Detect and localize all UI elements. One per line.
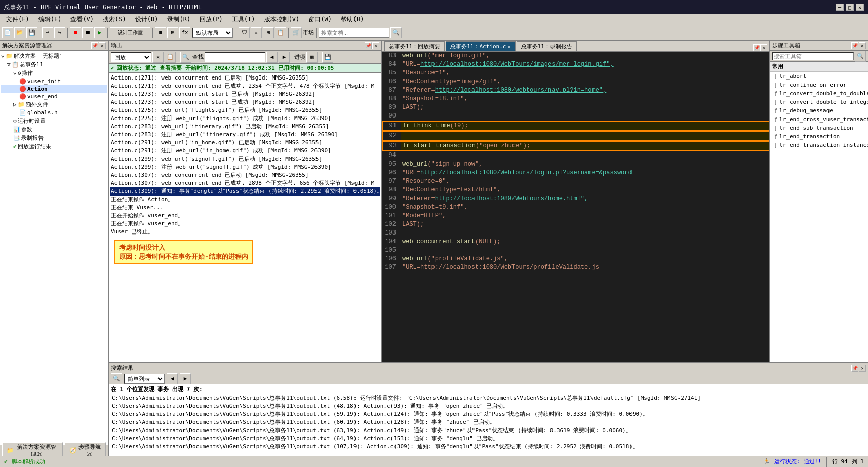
menu-search[interactable]: 搜索(S): [99, 14, 130, 25]
toolbox-item[interactable]: ƒlr_end_sub_transaction: [770, 124, 868, 132]
tree-item-actions[interactable]: ▽ ⚙ 操作: [1, 69, 107, 77]
find-prev-button[interactable]: ◀: [266, 52, 278, 63]
run-button[interactable]: ▶: [94, 27, 105, 38]
search-forward-button[interactable]: ▶: [180, 373, 191, 384]
replay-combo[interactable]: 回放: [111, 52, 151, 62]
search-result-line[interactable]: C:\Users\Administrator\Documents\VuGen\S…: [111, 410, 866, 418]
code-line[interactable]: 83 web_url("mer_login.gif",: [382, 52, 769, 60]
toolbox-search-button[interactable]: 🔍: [855, 51, 866, 62]
code-line[interactable]: 105: [382, 246, 769, 255]
menu-replay[interactable]: 回放(P): [195, 14, 227, 25]
code-line[interactable]: 93 lr_start_transaction("open_zhuce");: [382, 141, 769, 151]
open-button[interactable]: 📂: [14, 27, 25, 38]
code-line[interactable]: 100 "Snapshot=t9.inf",: [382, 203, 769, 212]
tree-item-solution[interactable]: ▽ 📁 解决方案 '无标题': [1, 52, 107, 60]
code-line[interactable]: 85 "Resource=1",: [382, 69, 769, 77]
toolbox-close-button[interactable]: ✕: [859, 42, 866, 49]
search-result-line[interactable]: C:\Users\Administrator\Documents\VuGen\S…: [111, 418, 866, 426]
func-button[interactable]: fx: [179, 27, 190, 38]
menu-file[interactable]: 文件(F): [2, 14, 33, 25]
find-icon[interactable]: 🔍: [180, 52, 191, 63]
search-result-line[interactable]: C:\Users\Administrator\Documents\VuGen\S…: [111, 435, 866, 443]
tree-item-extra[interactable]: ▷ 📁 额外文件: [1, 100, 107, 109]
shield-button[interactable]: 🛡: [239, 27, 250, 38]
code-line[interactable]: 84 "URL=http://localhost:1080/WebTours/i…: [382, 60, 769, 69]
search-result-line[interactable]: C:\Users\Administrator\Documents\VuGen\S…: [111, 443, 866, 451]
progress-button[interactable]: ▦: [306, 52, 318, 63]
code-line[interactable]: 94: [382, 151, 769, 160]
tab-close-icon[interactable]: ✕: [507, 44, 510, 49]
search-content[interactable]: 在 1 个位置发现 事务 出现 7 次: C:\Users\Administra…: [109, 384, 868, 456]
code-line[interactable]: 91 lr_think_time(19);: [382, 121, 769, 131]
redo-button[interactable]: ↪: [54, 27, 65, 38]
tree-item-params[interactable]: 📊 参数: [1, 125, 107, 134]
code-line[interactable]: 90: [382, 112, 769, 121]
grid-button[interactable]: ⊞: [263, 27, 274, 38]
code-line[interactable]: 102 LAST);: [382, 220, 769, 229]
tree-item-vuser-end[interactable]: 🔴 vuser_end: [1, 93, 107, 100]
toolbox-item[interactable]: ƒlr_end_transaction: [770, 132, 868, 141]
code-line[interactable]: 103: [382, 229, 769, 238]
tree-item-record-report[interactable]: 📑 录制报告: [1, 134, 107, 142]
search-close-button[interactable]: ✕: [859, 365, 866, 372]
search-result-line[interactable]: C:\Users\Administrator\Documents\VuGen\S…: [111, 394, 866, 402]
menu-record[interactable]: 录制(R): [163, 14, 194, 25]
menu-version[interactable]: 版本控制(V): [260, 14, 304, 25]
output-pin-button[interactable]: 📌: [365, 42, 372, 49]
layout-combo[interactable]: 默认布局: [192, 28, 233, 38]
toolbox-item[interactable]: ƒlr_abort: [770, 72, 868, 81]
maximize-button[interactable]: □: [846, 4, 854, 11]
search-result-line[interactable]: C:\Users\Administrator\Documents\VuGen\S…: [111, 402, 866, 410]
output-content[interactable]: Action.c(271): web_concurrent_end 已启动 [M…: [109, 73, 381, 362]
tree-item-globals[interactable]: 📄 globals.h: [1, 109, 107, 116]
design-workspace-button[interactable]: 设计工作室: [110, 27, 150, 38]
code-line[interactable]: 104 web_concurrent_start(NULL);: [382, 238, 769, 246]
copy-button[interactable]: 📋: [165, 52, 176, 63]
menu-tools[interactable]: 工具(T): [228, 14, 259, 25]
toolbox-item[interactable]: ƒlr_end_cross_vuser_transactio: [770, 115, 868, 124]
record-button[interactable]: ⏺: [70, 27, 81, 38]
new-button[interactable]: 📄: [2, 27, 13, 38]
search-type-combo[interactable]: 简单列表: [124, 374, 165, 384]
minimize-button[interactable]: ─: [836, 4, 844, 11]
clear-button[interactable]: ✕: [152, 52, 164, 63]
stop-button[interactable]: ⏹: [82, 27, 93, 38]
toolbox-item[interactable]: ƒlr_convert_double_to_integer: [770, 98, 868, 106]
cart-button[interactable]: 🛒: [291, 27, 302, 38]
insert-button[interactable]: ⊞: [167, 27, 178, 38]
align-button[interactable]: ≡: [155, 27, 166, 38]
code-line[interactable]: 87 "Referer=http://localhost:1080/webtou…: [382, 86, 769, 95]
search-button[interactable]: 🔍: [390, 27, 402, 38]
code-line[interactable]: 107 "URL=http://localhost:1080/WebTours/…: [382, 263, 769, 272]
code-line[interactable]: 89 LAST);: [382, 103, 769, 112]
tree-item-action[interactable]: 🔴 Action: [1, 85, 107, 93]
menu-help[interactable]: 帮助(H): [337, 14, 368, 25]
code-line[interactable]: 101 "Mode=HTTP",: [382, 212, 769, 220]
tab-replay-summary[interactable]: 总事务11：回放摘要: [384, 41, 445, 51]
editor-pin-button[interactable]: 📌: [753, 44, 760, 51]
toolbox-pin-button[interactable]: 📌: [851, 42, 858, 49]
panel-close-button[interactable]: ✕: [99, 42, 106, 49]
pencil-button[interactable]: ✏: [251, 27, 262, 38]
search-input[interactable]: [319, 28, 389, 38]
toolbox-item[interactable]: ƒlr_convert_double_to_double: [770, 89, 868, 98]
find-input[interactable]: [205, 52, 265, 62]
save-output-button[interactable]: 💾: [322, 52, 333, 63]
search-pin-button[interactable]: 📌: [851, 365, 858, 372]
tab-record-report[interactable]: 总事务11：录制报告: [517, 41, 577, 51]
output-close-button[interactable]: ✕: [372, 42, 379, 49]
toolbox-item[interactable]: ƒlr_continue_on_error: [770, 81, 868, 89]
code-line[interactable]: 96 "URL=http://localhost:1080/WebTours/l…: [382, 169, 769, 177]
menu-design[interactable]: 设计(D): [131, 14, 163, 25]
code-line[interactable]: 98 "RecContentType=text/html",: [382, 186, 769, 194]
code-line[interactable]: 99 "Referer=http://localhost:1080/WebTou…: [382, 194, 769, 203]
toolbox-item[interactable]: ƒlr_end_transaction_instance: [770, 141, 868, 149]
editor-close-button[interactable]: ✕: [760, 44, 767, 51]
search-back-button[interactable]: ◀: [167, 373, 178, 384]
tab-action-c[interactable]: 总事务11：Action.c ✕: [446, 41, 515, 51]
code-line[interactable]: 88 "Snapshot=t8.inf",: [382, 95, 769, 103]
clipboard-button[interactable]: 📋: [275, 27, 286, 38]
tree-item-vuser-init[interactable]: 🔴 vuser_init: [1, 77, 107, 85]
search-result-line[interactable]: C:\Users\Administrator\Documents\VuGen\S…: [111, 426, 866, 435]
code-line[interactable]: 92: [382, 131, 769, 141]
